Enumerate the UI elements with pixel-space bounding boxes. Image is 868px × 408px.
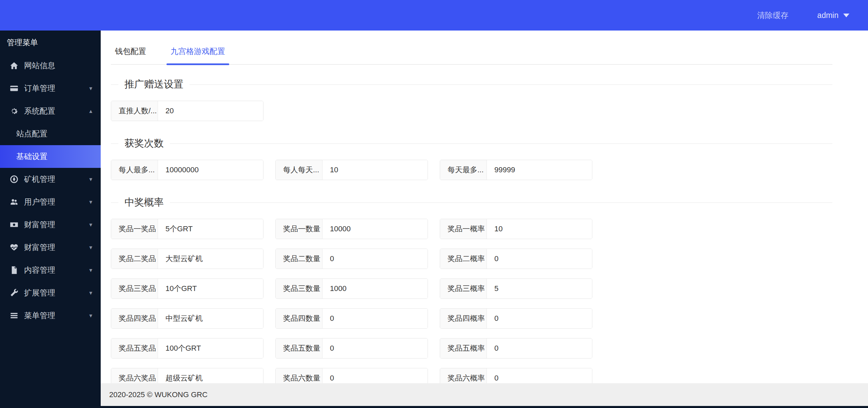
field-row-prize-2: 奖品二奖品 奖品二数量 奖品二概率	[111, 249, 868, 269]
users-icon	[9, 197, 19, 207]
field-label: 奖品四概率	[440, 309, 487, 328]
tab-wallet-config[interactable]: 钱包配置	[111, 41, 150, 64]
field-label: 奖品一数量	[276, 219, 322, 239]
copyright-text: 2020-2025 © WUKONG GRC	[109, 390, 208, 399]
sidebar-item-wealth-management-2[interactable]: 财富管理	[0, 236, 101, 259]
field-row-prize-5: 奖品五奖品 奖品五数量 奖品五概率	[111, 338, 868, 358]
field-input[interactable]	[487, 279, 592, 298]
field-label: 奖品五数量	[276, 338, 322, 358]
field-prize3-probability: 奖品三概率	[440, 278, 592, 299]
chevron-down-icon	[88, 267, 93, 273]
field-input[interactable]	[158, 309, 263, 328]
field-label: 每人每天...	[276, 160, 322, 180]
sidebar-item-miner-management[interactable]: 矿机管理	[0, 168, 101, 191]
menu-bars-icon	[9, 311, 19, 321]
chevron-down-icon	[88, 290, 93, 296]
field-input[interactable]	[158, 219, 263, 239]
field-prize3-quantity: 奖品三数量	[275, 278, 428, 299]
chevron-down-icon	[88, 199, 93, 205]
sidebar-item-system-config[interactable]: 系统配置	[0, 100, 101, 122]
field-prize1-item: 奖品一奖品	[111, 219, 263, 239]
sidebar-item-website-info[interactable]: 网站信息	[0, 54, 101, 77]
field-prize5-quantity: 奖品五数量	[275, 338, 428, 358]
section-title-win-probability: 中奖概率	[111, 196, 832, 209]
home-icon	[9, 61, 19, 71]
field-input[interactable]	[322, 309, 428, 328]
field-label: 奖品二概率	[440, 249, 487, 269]
field-row: 直推人数/...	[111, 101, 868, 121]
field-input[interactable]	[322, 219, 428, 239]
sidebar-item-menu-management[interactable]: 菜单管理	[0, 304, 101, 327]
field-label: 奖品二数量	[276, 249, 322, 269]
field-prize1-quantity: 奖品一数量	[275, 219, 428, 239]
field-input[interactable]	[158, 160, 263, 180]
field-input[interactable]	[158, 279, 263, 298]
field-prize4-item: 奖品四奖品	[111, 308, 263, 329]
field-row: 每人最多... 每人每天... 每天最多...	[111, 160, 868, 180]
sidebar-item-order-management[interactable]: 订单管理	[0, 77, 101, 100]
wrench-icon	[9, 288, 19, 298]
field-prize5-item: 奖品五奖品	[111, 338, 263, 358]
chevron-down-icon	[88, 85, 93, 91]
field-label: 每天最多...	[440, 160, 487, 180]
sidebar-item-site-config[interactable]: 站点配置	[0, 122, 101, 145]
field-input[interactable]	[322, 338, 428, 358]
tab-grid-game-config[interactable]: 九宫格游戏配置	[166, 41, 229, 64]
chevron-down-icon	[88, 313, 93, 318]
miner-icon	[9, 174, 19, 184]
field-prize1-probability: 奖品一概率	[440, 219, 592, 239]
field-row-prize-1: 奖品一奖品 奖品一数量 奖品一概率	[111, 219, 868, 239]
user-dropdown[interactable]: admin	[817, 11, 849, 20]
money-bill-icon	[9, 220, 19, 230]
field-max-per-person: 每人最多...	[111, 160, 263, 180]
field-input[interactable]	[322, 279, 428, 298]
field-input[interactable]	[158, 338, 263, 358]
top-bar: 清除缓存 admin	[0, 0, 868, 31]
field-label: 奖品二奖品	[111, 249, 158, 269]
field-label: 奖品四奖品	[111, 309, 158, 328]
field-input[interactable]	[487, 338, 592, 358]
field-input[interactable]	[322, 160, 428, 180]
field-input[interactable]	[487, 309, 592, 328]
chevron-up-icon	[88, 108, 93, 114]
field-direct-referrals: 直推人数/...	[111, 101, 263, 121]
clear-cache-button[interactable]: 清除缓存	[757, 10, 788, 21]
field-input[interactable]	[322, 249, 428, 269]
field-input[interactable]	[158, 249, 263, 269]
field-prize4-quantity: 奖品四数量	[275, 308, 428, 329]
file-icon	[9, 265, 19, 275]
sidebar-item-content-management[interactable]: 内容管理	[0, 259, 101, 281]
field-prize4-probability: 奖品四概率	[440, 308, 592, 329]
sidebar-title: 管理菜单	[0, 31, 101, 54]
field-label: 直推人数/...	[111, 101, 158, 121]
field-row-prize-3: 奖品三奖品 奖品三数量 奖品三概率	[111, 278, 868, 299]
chevron-down-icon	[88, 245, 93, 250]
field-label: 奖品一概率	[440, 219, 487, 239]
sidebar-item-user-management[interactable]: 用户管理	[0, 191, 101, 213]
window-bottom-edge	[0, 406, 868, 408]
main-content: 钱包配置 九宫格游戏配置 推广赠送设置 直推人数/... 获奖次数 每人最多..…	[101, 31, 868, 408]
gears-icon	[9, 106, 19, 116]
username: admin	[817, 11, 839, 20]
section-title-award-times: 获奖次数	[111, 137, 832, 150]
chevron-down-icon	[88, 176, 93, 182]
field-input[interactable]	[487, 219, 592, 239]
field-label: 奖品三奖品	[111, 279, 158, 298]
field-row-prize-4: 奖品四奖品 奖品四数量 奖品四概率	[111, 308, 868, 329]
chevron-down-icon	[88, 222, 93, 228]
heartbeat-icon	[9, 242, 19, 253]
field-label: 奖品三概率	[440, 279, 487, 298]
field-max-daily: 每天最多...	[440, 160, 592, 180]
field-prize5-probability: 奖品五概率	[440, 338, 592, 358]
field-prize2-item: 奖品二奖品	[111, 249, 263, 269]
field-input[interactable]	[158, 101, 263, 121]
field-per-person-daily: 每人每天...	[275, 160, 428, 180]
field-label: 奖品三数量	[276, 279, 322, 298]
sidebar-item-extension-management[interactable]: 扩展管理	[0, 281, 101, 304]
field-input[interactable]	[487, 249, 592, 269]
sidebar-item-basic-settings[interactable]: 基础设置	[0, 145, 101, 168]
sidebar-item-wealth-management[interactable]: 财富管理	[0, 213, 101, 236]
footer: 2020-2025 © WUKONG GRC	[101, 383, 868, 406]
field-prize2-quantity: 奖品二数量	[275, 249, 428, 269]
field-input[interactable]	[487, 160, 592, 180]
